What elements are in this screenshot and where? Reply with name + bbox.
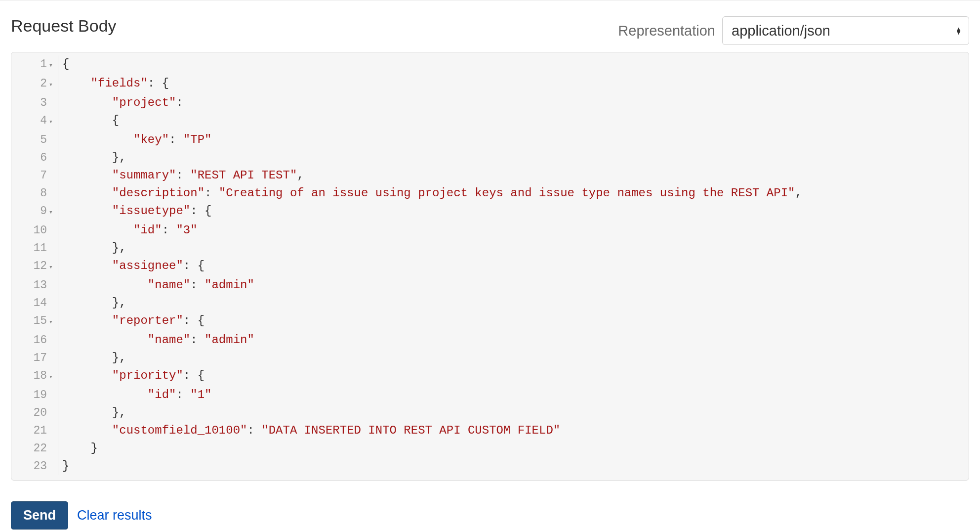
json-punct <box>62 77 91 90</box>
json-key: "assignee" <box>112 259 183 272</box>
fold-toggle-icon <box>49 342 58 343</box>
code-content[interactable]: }, <box>62 404 126 422</box>
code-content[interactable]: } <box>62 457 69 475</box>
line-number: 21 <box>11 422 49 440</box>
code-content[interactable]: }, <box>62 239 126 257</box>
gutter-divider <box>58 276 58 294</box>
clear-results-link[interactable]: Clear results <box>77 508 152 523</box>
editor-line[interactable]: 22 } <box>11 440 969 457</box>
json-key: "description" <box>112 186 204 200</box>
json-editor[interactable]: 1▾{2▾ "fields": {3 "project":4▾ {5 "key"… <box>11 52 969 481</box>
gutter-divider <box>58 331 58 349</box>
code-content[interactable]: "project": <box>62 94 183 112</box>
editor-line[interactable]: 8 "description": "Creating of an issue u… <box>11 184 969 202</box>
json-string: "admin" <box>204 333 254 347</box>
code-content[interactable]: "fields": { <box>62 75 169 92</box>
fold-toggle-icon[interactable]: ▾ <box>49 75 58 94</box>
json-punct: : { <box>183 369 204 382</box>
json-punct <box>62 259 112 272</box>
gutter-divider <box>58 440 58 457</box>
line-number: 17 <box>11 349 49 367</box>
editor-line[interactable]: 17 }, <box>11 349 969 367</box>
code-content[interactable]: } <box>62 440 98 457</box>
json-punct <box>62 388 148 401</box>
json-punct: } <box>62 459 69 473</box>
json-punct: : <box>162 223 176 237</box>
code-content[interactable]: "issuetype": { <box>62 202 211 220</box>
fold-toggle-icon <box>49 433 58 434</box>
representation-select[interactable]: application/json ▲▼ <box>722 16 969 45</box>
code-content[interactable]: "key": "TP" <box>62 131 211 149</box>
json-string: "admin" <box>204 278 254 292</box>
json-punct: : <box>176 96 183 109</box>
code-content[interactable]: "name": "admin" <box>62 331 254 349</box>
line-number: 11 <box>11 239 49 257</box>
editor-line[interactable]: 12▾ "assignee": { <box>11 257 969 276</box>
editor-line[interactable]: 18▾ "priority": { <box>11 367 969 386</box>
line-number: 12 <box>11 257 49 275</box>
line-number: 10 <box>11 221 49 239</box>
json-key: "summary" <box>112 169 176 182</box>
line-number: 9 <box>11 202 49 220</box>
editor-line[interactable]: 1▾{ <box>11 55 969 75</box>
json-key: "id" <box>133 223 162 237</box>
code-content[interactable]: "id": "3" <box>62 221 198 239</box>
editor-line[interactable]: 3 "project": <box>11 94 969 112</box>
code-content[interactable]: }, <box>62 349 126 367</box>
editor-line[interactable]: 15▾ "reporter": { <box>11 312 969 331</box>
code-content[interactable]: "assignee": { <box>62 257 204 275</box>
fold-toggle-icon <box>49 415 58 416</box>
fold-toggle-icon <box>49 177 58 178</box>
fold-toggle-icon[interactable]: ▾ <box>49 112 58 131</box>
fold-toggle-icon <box>49 105 58 106</box>
editor-line[interactable]: 19 "id": "1" <box>11 386 969 404</box>
code-content[interactable]: "name": "admin" <box>62 276 254 294</box>
code-content[interactable]: "reporter": { <box>62 312 204 330</box>
code-content[interactable]: "summary": "REST API TEST", <box>62 167 304 184</box>
fold-toggle-icon[interactable]: ▾ <box>49 312 58 331</box>
code-content[interactable]: }, <box>62 149 126 167</box>
code-content[interactable]: { <box>62 112 119 130</box>
gutter-divider <box>58 55 58 75</box>
fold-toggle-icon[interactable]: ▾ <box>49 203 58 221</box>
editor-line[interactable]: 9▾ "issuetype": { <box>11 202 969 221</box>
editor-line[interactable]: 14 }, <box>11 294 969 312</box>
code-content[interactable]: "id": "1" <box>62 386 211 404</box>
gutter-divider <box>58 457 58 475</box>
editor-line[interactable]: 21 "customfield_10100": "DATA INSERTED I… <box>11 422 969 440</box>
editor-line[interactable]: 11 }, <box>11 239 969 257</box>
fold-toggle-icon[interactable]: ▾ <box>49 56 58 75</box>
editor-line[interactable]: 7 "summary": "REST API TEST", <box>11 167 969 184</box>
code-content[interactable]: "customfield_10100": "DATA INSERTED INTO… <box>62 422 560 440</box>
editor-line[interactable]: 20 }, <box>11 404 969 422</box>
code-content[interactable]: "priority": { <box>62 367 204 385</box>
json-punct <box>62 186 112 200</box>
fold-toggle-icon[interactable]: ▾ <box>49 367 58 386</box>
json-punct: : <box>169 133 183 146</box>
fold-toggle-icon[interactable]: ▾ <box>49 258 58 276</box>
fold-toggle-icon <box>49 287 58 288</box>
json-key: "customfield_10100" <box>112 424 247 437</box>
request-body-panel: Request Body Representation application/… <box>0 0 980 530</box>
editor-line[interactable]: 23} <box>11 457 969 475</box>
editor-line[interactable]: 16 "name": "admin" <box>11 331 969 349</box>
editor-line[interactable]: 13 "name": "admin" <box>11 276 969 294</box>
line-number: 14 <box>11 294 49 312</box>
code-content[interactable]: { <box>62 55 69 73</box>
json-punct <box>62 278 148 292</box>
editor-line[interactable]: 4▾ { <box>11 112 969 131</box>
json-string: "1" <box>190 388 211 401</box>
editor-line[interactable]: 10 "id": "3" <box>11 221 969 239</box>
send-button[interactable]: Send <box>11 501 68 530</box>
gutter-divider <box>58 349 58 367</box>
json-punct: }, <box>62 406 126 419</box>
fold-toggle-icon <box>49 305 58 306</box>
editor-line[interactable]: 2▾ "fields": { <box>11 75 969 94</box>
json-string: "DATA INSERTED INTO REST API CUSTOM FIEL… <box>261 424 560 437</box>
json-punct <box>62 223 133 237</box>
code-content[interactable]: "description": "Creating of an issue usi… <box>62 184 802 202</box>
editor-line[interactable]: 6 }, <box>11 149 969 167</box>
line-number: 4 <box>11 112 49 130</box>
code-content[interactable]: }, <box>62 294 126 312</box>
editor-line[interactable]: 5 "key": "TP" <box>11 131 969 149</box>
